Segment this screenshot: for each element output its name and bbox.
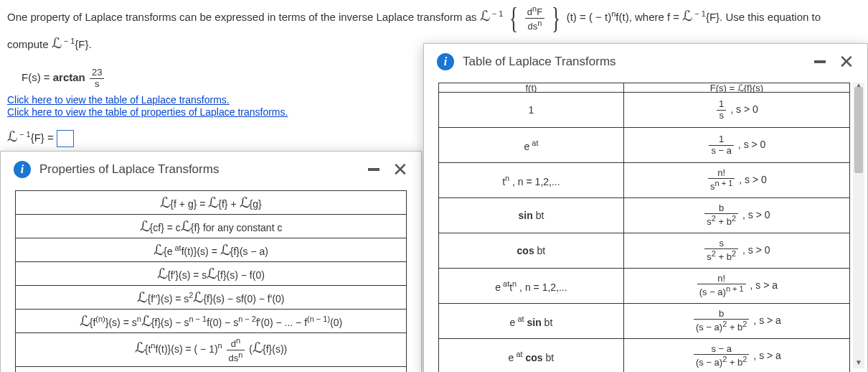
popup-title: Table of Laplace Transforms <box>463 55 616 69</box>
popup-laplace-table: i Table of Laplace Transforms ✕ f(t) F(s… <box>423 43 868 372</box>
scroll-thumb[interactable] <box>854 87 863 173</box>
table-row: e at sin btb(s − a)2 + b2 , s > a <box>439 304 850 339</box>
frac: dnF dsn <box>525 4 544 32</box>
minimize-icon[interactable] <box>368 168 379 171</box>
table-row: tn , n = 1,2,...n!sn + 1 , s > 0 <box>439 163 850 198</box>
close-icon[interactable]: ✕ <box>839 52 854 71</box>
table-row: ℒ{f(n)}(s) = snℒ{f}(s) − sn − 1f(0) − sn… <box>15 310 407 333</box>
table-row: e at cos bts − a(s − a)2 + b2 , s > a <box>439 339 850 373</box>
table-row: sin btbs2 + b2 , s > 0 <box>439 198 850 233</box>
popup-properties: i Properties of Laplace Transforms ✕ ℒ{f… <box>0 151 422 372</box>
table-row: ℒ{f′}(s) = sℒ{f}(s) − f(0) <box>15 262 407 286</box>
info-icon: i <box>14 161 31 178</box>
sup: − 1 <box>490 9 504 18</box>
text: One property of Laplace transforms can b… <box>7 11 480 23</box>
table-row: ℒ{tnf(t)}(s) = ( − 1)n dndsn (ℒ{f}(s)) <box>15 333 407 367</box>
link-laplace-table[interactable]: Click here to view the table of Laplace … <box>7 94 230 106</box>
answer-input[interactable] <box>57 130 74 147</box>
scrollbar[interactable]: ▲ ▼ <box>853 83 864 368</box>
table-row: e at1s − a , s > 0 <box>439 128 850 163</box>
laplace-table: f(t) F(s) = ℒ{f}(s) 11s , s > 0e at1s − … <box>438 83 850 372</box>
table-row: ℒ{f′′}(s) = s2ℒ{f}(s) − sf(0) − f′(0) <box>15 286 407 310</box>
script-L: ℒ <box>52 35 62 51</box>
table-row: e attn , n = 1,2,...n!(s − a)n + 1 , s >… <box>439 269 850 304</box>
minimize-icon[interactable] <box>814 60 826 63</box>
scroll-down-icon[interactable]: ▼ <box>853 358 864 370</box>
close-icon[interactable]: ✕ <box>392 160 408 179</box>
table-row: ℒ{f + g} = ℒ{f} + ℒ{g} <box>15 190 407 215</box>
script-L: ℒ <box>682 8 692 24</box>
table-row: ℒ{e atf(t)}(s) = ℒ{f}(s − a) <box>15 238 407 262</box>
table-row: ℒ − 1{F1 + F2} = ℒ − 1{F1} + ℒ − 1{F2} <box>15 367 407 372</box>
table-row: ℒ{cf} = cℒ{f} for any constant c <box>15 215 407 238</box>
link-properties-table[interactable]: Click here to view the table of properti… <box>7 106 288 118</box>
info-icon: i <box>437 53 454 70</box>
table-row: cos btss2 + b2 , s > 0 <box>439 233 850 269</box>
table-row: 11s , s > 0 <box>439 93 850 128</box>
popup-title: Properties of Laplace Transforms <box>39 162 219 177</box>
script-L: ℒ <box>480 8 490 24</box>
